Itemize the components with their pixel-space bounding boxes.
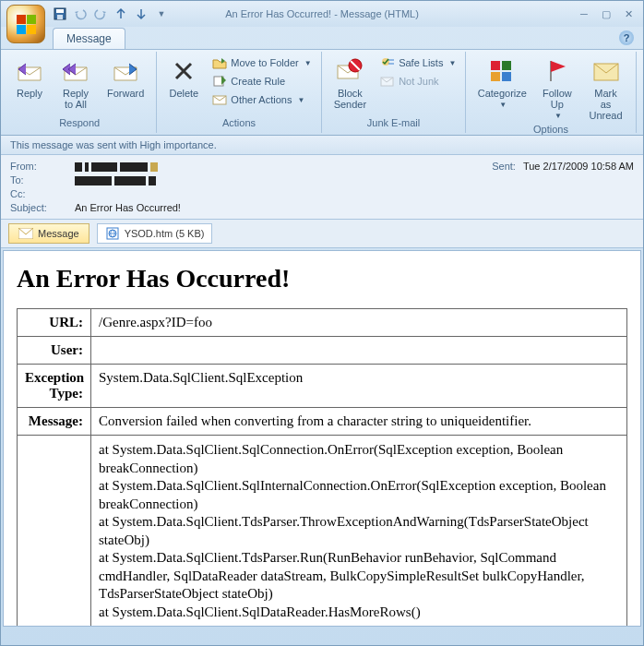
not-junk-icon <box>380 74 395 89</box>
ribbon: Reply Reply to All Forward Respond <box>1 49 643 136</box>
envelope-icon <box>18 226 33 241</box>
group-respond-label: Respond <box>8 117 150 131</box>
tab-message[interactable]: Message <box>53 28 125 49</box>
chevron-down-icon: ▼ <box>448 59 456 67</box>
reply-all-button[interactable]: Reply to All <box>54 54 97 113</box>
block-sender-icon <box>335 56 364 86</box>
reply-all-label: Reply to All <box>63 88 89 110</box>
not-junk-button[interactable]: Not Junk <box>376 72 459 90</box>
mark-unread-icon <box>591 56 621 86</box>
other-actions-label: Other Actions <box>231 94 292 105</box>
create-rule-button[interactable]: Create Rule <box>209 72 315 90</box>
forward-icon <box>111 56 140 86</box>
title-bar: ▼ An Error Has Occurred! - Message (HTML… <box>1 1 643 27</box>
group-junk: Block Sender Safe Lists ▼ Not Junk <box>322 52 467 133</box>
attachment-bar: Message YSOD.htm (5 KB) <box>1 220 643 248</box>
minimize-button[interactable]: ─ <box>575 6 593 21</box>
create-rule-icon <box>212 74 227 89</box>
svg-rect-11 <box>491 72 500 81</box>
stack-label <box>18 436 91 628</box>
other-actions-button[interactable]: Other Actions ▼ <box>209 90 315 109</box>
follow-up-label: Follow Up <box>543 88 572 110</box>
chevron-down-icon: ▼ <box>499 101 507 109</box>
from-label: From: <box>10 161 75 172</box>
maximize-button[interactable]: ▢ <box>597 6 615 21</box>
next-item-icon[interactable] <box>134 6 149 21</box>
group-find: Find ▼ Find <box>637 52 644 133</box>
group-junk-label: Junk E-mail <box>328 117 460 131</box>
help-button[interactable]: ? <box>619 30 634 45</box>
stack-value: at System.Data.SqlClient.SqlConnection.O… <box>91 436 627 628</box>
reply-icon <box>15 56 44 86</box>
svg-rect-2 <box>57 15 63 19</box>
svg-rect-10 <box>502 61 511 70</box>
subject-value: An Error Has Occurred! <box>75 202 634 213</box>
message-label: Message: <box>18 408 91 436</box>
block-sender-button[interactable]: Block Sender <box>328 54 373 113</box>
from-value <box>75 161 492 172</box>
error-heading: An Error Has Occurred! <box>17 264 627 293</box>
move-to-folder-label: Move to Folder <box>231 57 298 68</box>
follow-up-button[interactable]: Follow Up ▼ <box>536 54 578 123</box>
group-respond: Reply Reply to All Forward Respond <box>3 52 157 133</box>
group-options: Categorize ▼ Follow Up ▼ Mark as Unread … <box>466 52 636 133</box>
save-icon[interactable] <box>53 6 67 21</box>
subject-label: Subject: <box>10 202 75 213</box>
message-headers: From: Sent: Tue 2/17/2009 10:58 AM To: C… <box>1 155 643 220</box>
user-value <box>91 337 627 365</box>
user-label: User: <box>18 337 91 365</box>
not-junk-label: Not Junk <box>399 76 438 87</box>
mark-unread-label: Mark as Unread <box>588 88 623 121</box>
cc-value <box>75 188 634 199</box>
message-tab-label: Message <box>38 228 79 239</box>
ribbon-tab-strip: Message ? <box>1 27 643 49</box>
svg-rect-1 <box>56 9 64 13</box>
chevron-down-icon: ▼ <box>555 112 562 120</box>
undo-icon[interactable] <box>73 6 88 21</box>
delete-icon <box>169 56 198 86</box>
delete-button[interactable]: Delete <box>162 54 205 102</box>
safe-lists-label: Safe Lists <box>399 57 443 68</box>
sent-value: Tue 2/17/2009 10:58 AM <box>523 161 634 172</box>
safe-lists-button[interactable]: Safe Lists ▼ <box>376 54 459 72</box>
attachment-item[interactable]: YSOD.htm (5 KB) <box>97 223 213 244</box>
move-to-folder-button[interactable]: Move to Folder ▼ <box>209 54 315 72</box>
cc-label: Cc: <box>10 188 75 199</box>
close-button[interactable]: ✕ <box>619 6 638 21</box>
reply-all-icon <box>61 56 90 86</box>
svg-rect-9 <box>491 61 500 70</box>
table-row: User: <box>18 337 627 365</box>
create-rule-label: Create Rule <box>231 76 285 87</box>
forward-button[interactable]: Forward <box>101 54 150 102</box>
mark-unread-button[interactable]: Mark as Unread <box>581 54 629 124</box>
table-row: Message: Conversion failed when converti… <box>18 408 627 436</box>
table-row: Exception Type: System.Data.SqlClient.Sq… <box>18 365 627 408</box>
chevron-down-icon: ▼ <box>304 59 312 67</box>
group-actions-label: Actions <box>162 117 315 131</box>
group-actions: Delete Move to Folder ▼ Create Rule <box>157 52 321 133</box>
info-bar: This message was sent with High importan… <box>1 136 643 155</box>
message-body[interactable]: An Error Has Occurred! URL: /Genre.aspx?… <box>3 250 641 627</box>
categorize-label: Categorize <box>478 88 527 99</box>
quick-access-toolbar: ▼ <box>53 6 169 21</box>
other-actions-icon <box>212 92 227 107</box>
message-value: Conversion failed when converting from a… <box>91 408 627 436</box>
qat-customize-icon[interactable]: ▼ <box>154 6 169 21</box>
to-value <box>75 174 634 185</box>
office-button[interactable] <box>6 5 45 43</box>
reply-button[interactable]: Reply <box>8 54 51 102</box>
sent-label: Sent: <box>492 161 523 172</box>
redo-icon[interactable] <box>93 6 108 21</box>
url-label: URL: <box>18 309 91 337</box>
previous-item-icon[interactable] <box>113 6 128 21</box>
block-sender-label: Block Sender <box>334 88 366 110</box>
to-label: To: <box>10 174 75 185</box>
table-row: URL: /Genre.aspx?ID=foo <box>18 309 627 337</box>
exception-type-label: Exception Type: <box>18 365 91 408</box>
message-tab-button[interactable]: Message <box>8 223 89 244</box>
attachment-label: YSOD.htm (5 KB) <box>125 228 205 239</box>
exception-type-value: System.Data.SqlClient.SqlException <box>91 365 627 408</box>
svg-rect-12 <box>502 72 511 81</box>
categorize-button[interactable]: Categorize ▼ <box>471 54 532 112</box>
html-file-icon <box>105 226 120 241</box>
